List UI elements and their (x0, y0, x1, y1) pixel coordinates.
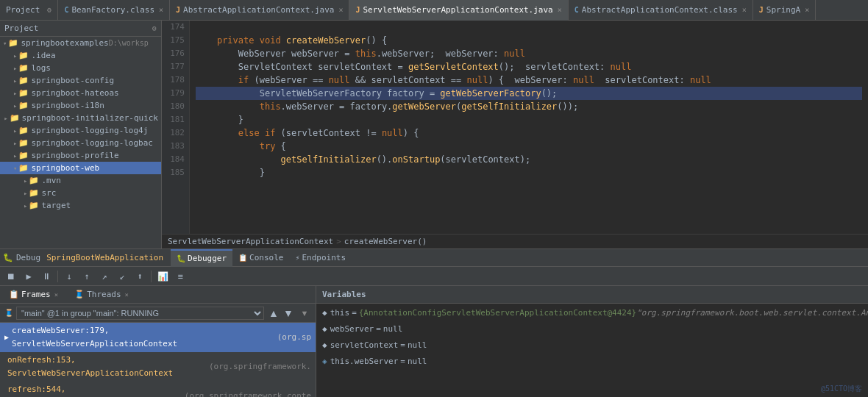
tab-close-springA[interactable]: × (805, 6, 809, 14)
tab-close-beanfactory[interactable]: × (159, 6, 163, 14)
label-target: target (41, 201, 71, 210)
arrow-target: ▸ (24, 202, 27, 210)
sidebar-item-springbootexamples[interactable]: ▾📁springbootexamples D:\worksp (0, 37, 161, 49)
code-line-179[interactable]: ServletWebServerFactory factory = getWeb… (196, 87, 862, 100)
project-gear[interactable]: ⚙ (44, 4, 54, 15)
code-line-181[interactable]: } (196, 113, 862, 126)
var-value-thisWebServer: null (408, 355, 427, 368)
label-src: src (41, 188, 56, 198)
thread-filter-btn[interactable]: ▼ (298, 307, 311, 320)
frames-tab[interactable]: 📋 Frames × (3, 288, 64, 301)
arrow-springboot-config: ▸ (13, 77, 17, 85)
tab-abstractappclass[interactable]: CAbstractApplicationContext.class× (569, 0, 753, 21)
code-line-178[interactable]: if (webServer == null && servletContext … (196, 74, 862, 87)
tab-label-beanfactory: BeanFactory.class (71, 5, 154, 15)
frame-suffix-frame3: (org.springframework.conte (185, 390, 311, 397)
tab-springA[interactable]: JSpringA× (753, 0, 816, 21)
tab-servletwebserver[interactable]: JServletWebServerApplicationContext.java… (349, 0, 568, 21)
code-line-182[interactable]: else if (servletContext != null) { (196, 126, 862, 140)
frame-item-frame1[interactable]: ▶createWebServer:179, ServletWebServerAp… (0, 323, 316, 352)
var-name-this: this (330, 307, 350, 320)
evaluate-btn[interactable]: 📊 (154, 269, 171, 284)
folder-icon-src: 📁 (29, 188, 39, 198)
folder-icon-springboot-hateoas: 📁 (18, 88, 29, 98)
project-label[interactable]: Project (3, 4, 43, 16)
tab-beanfactory[interactable]: CBeanFactory.class× (58, 0, 170, 21)
breadcrumb: ServletWebServerApplicationContext > cre… (162, 234, 868, 248)
tab-abstractapp[interactable]: JAbstractApplicationContext.java× (170, 0, 349, 21)
sidebar-item-target[interactable]: ▸📁target (0, 199, 161, 212)
line-num-174: 174 (162, 21, 185, 34)
var-item-webServer[interactable]: ◆webServer = null (316, 321, 868, 337)
code-line-177[interactable]: ServletContext servletContext = getServl… (196, 60, 862, 74)
sidebar-item-springboot-config[interactable]: ▸📁springboot-config (0, 74, 161, 87)
code-line-174[interactable] (196, 21, 862, 34)
code-line-175[interactable]: private void createWebServer() { (196, 34, 862, 47)
frame-item-frame2[interactable]: onRefresh:153, ServletWebServerApplicati… (0, 352, 316, 382)
frame-icon-frame1: ▶ (4, 331, 9, 344)
watermark: @51CTO博客 (821, 384, 862, 394)
label-logs: logs (31, 63, 51, 73)
sidebar-item-springboot-web[interactable]: ▾📁springboot-web (0, 162, 161, 174)
folder-icon-springboot-logging-log4j: 📁 (18, 126, 29, 135)
var-item-this[interactable]: ◆this = {AnnotationConfigServletWebServe… (316, 305, 868, 321)
force-step-into-btn[interactable]: ↗ (96, 269, 113, 284)
line-num-185: 185 (162, 166, 185, 179)
var-item-servletContext[interactable]: ◆servletContext = null (316, 337, 868, 354)
folder-icon-springboot-initializer: 📁 (10, 113, 20, 123)
step-over-btn[interactable]: ↓ (61, 269, 77, 284)
step-into-btn[interactable]: ↑ (79, 269, 95, 284)
debug-tabs-items: 🐛Debugger📋Console⚡Endpoints (171, 249, 352, 267)
frame-item-frame3[interactable]: refresh:544, AbstractApplicationContext(… (0, 382, 316, 397)
code-line-183[interactable]: try { (196, 140, 862, 153)
pause-btn[interactable]: ⏸ (38, 269, 54, 284)
debug-tab-debugger[interactable]: 🐛Debugger (171, 249, 232, 267)
sidebar-item-logs[interactable]: ▸📁logs (0, 62, 161, 74)
frames-list: ▶createWebServer:179, ServletWebServerAp… (0, 323, 316, 397)
sidebar-item-springboot-hateoas[interactable]: ▸📁springboot-hateoas (0, 87, 161, 99)
sidebar-settings-icon[interactable]: ⚙ (152, 24, 157, 32)
thread-next-btn[interactable]: ▼ (282, 307, 295, 320)
debug-tab-label-debugger: Debugger (188, 254, 227, 263)
sidebar-item-mvn[interactable]: ▸📁.mvn (0, 174, 161, 187)
tab-close-abstractappclass[interactable]: × (742, 6, 747, 14)
folder-icon-idea: 📁 (18, 51, 29, 60)
debug-label[interactable]: Debug (16, 253, 40, 262)
debug-toolbar: ⏹ ▶ ⏸ ↓ ↑ ↗ ↙ ⬆ 📊 ≡ (0, 267, 868, 286)
thread-dropdown[interactable]: "main" @1 in group "main": RUNNING (16, 307, 264, 320)
tab-label-springA: SpringA (766, 5, 800, 15)
var-item-thisWebServer[interactable]: ◈this.webServer = null (316, 354, 868, 370)
thread-prev-btn[interactable]: ▲ (267, 307, 280, 320)
line-num-182: 182 (162, 126, 185, 140)
stop-btn[interactable]: ⏹ (3, 269, 19, 284)
frames-header: 📋 Frames × 🧵 Threads × (0, 286, 316, 304)
threads-tab[interactable]: 🧵 Threads × (68, 288, 135, 301)
sidebar-item-springboot-initializer[interactable]: ▸📁springboot-initializer-quick (0, 112, 161, 124)
frames-tab-close[interactable]: × (54, 291, 58, 298)
code-line-180[interactable]: this.webServer = factory.getWebServer(ge… (196, 100, 862, 113)
run-to-cursor-btn[interactable]: ⬆ (132, 269, 148, 284)
debug-tab-endpoints[interactable]: ⚡Endpoints (289, 249, 352, 267)
sidebar-item-springboot-logging-logbac[interactable]: ▸📁springboot-logging-logbac (0, 137, 161, 149)
sidebar-item-idea[interactable]: ▸📁.idea (0, 49, 161, 62)
sidebar-item-springboot-profile[interactable]: ▸📁springboot-profile (0, 149, 161, 162)
sidebar-icons: ⚙ (152, 24, 157, 32)
more-btn[interactable]: ≡ (172, 269, 188, 284)
resume-btn[interactable]: ▶ (21, 269, 37, 284)
sidebar-item-src[interactable]: ▸📁src (0, 187, 161, 199)
sidebar-item-springboot-i18n[interactable]: ▸📁springboot-i18n (0, 99, 161, 112)
debug-tab-console[interactable]: 📋Console (232, 249, 289, 267)
tab-close-abstractapp[interactable]: × (338, 6, 343, 14)
threads-tab-close[interactable]: × (125, 291, 129, 298)
code-line-185[interactable]: } (196, 166, 862, 179)
debug-tab-label-endpoints: Endpoints (302, 253, 346, 262)
debug-app-label[interactable]: SpringBootWebApplication (46, 253, 163, 262)
arrow-springboot-logging-log4j: ▸ (13, 127, 17, 135)
sidebar-item-springboot-logging-log4j[interactable]: ▸📁springboot-logging-log4j (0, 124, 161, 137)
code-line-176[interactable]: WebServer webServer = this.webServer; we… (196, 47, 862, 60)
var-value-servletContext: null (408, 339, 427, 352)
code-lines[interactable]: private void createWebServer() { WebServ… (190, 21, 868, 234)
tab-close-servletwebserver[interactable]: × (558, 6, 562, 14)
code-line-184[interactable]: getSelfInitializer().onStartup(servletCo… (196, 153, 862, 166)
step-out-btn[interactable]: ↙ (114, 269, 130, 284)
